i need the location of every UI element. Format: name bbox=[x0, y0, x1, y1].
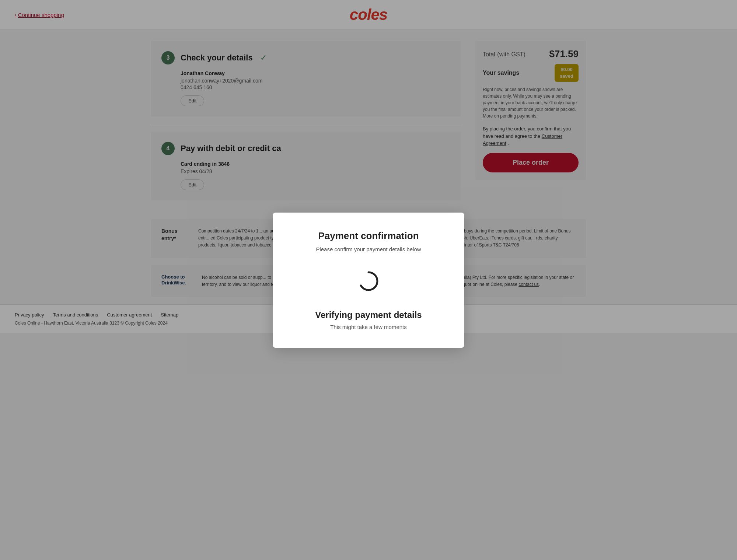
svg-point-0 bbox=[360, 272, 377, 290]
payment-confirmation-modal: Payment confirmation Please confirm your… bbox=[273, 213, 464, 348]
spinner-container bbox=[293, 270, 444, 292]
modal-overlay: Payment confirmation Please confirm your… bbox=[0, 0, 737, 560]
modal-title: Payment confirmation bbox=[293, 230, 444, 242]
loading-spinner bbox=[357, 270, 380, 292]
modal-subtitle: Please confirm your payment details belo… bbox=[293, 246, 444, 252]
verifying-title: Verifying payment details bbox=[293, 310, 444, 320]
verifying-text: This might take a few moments bbox=[293, 324, 444, 330]
